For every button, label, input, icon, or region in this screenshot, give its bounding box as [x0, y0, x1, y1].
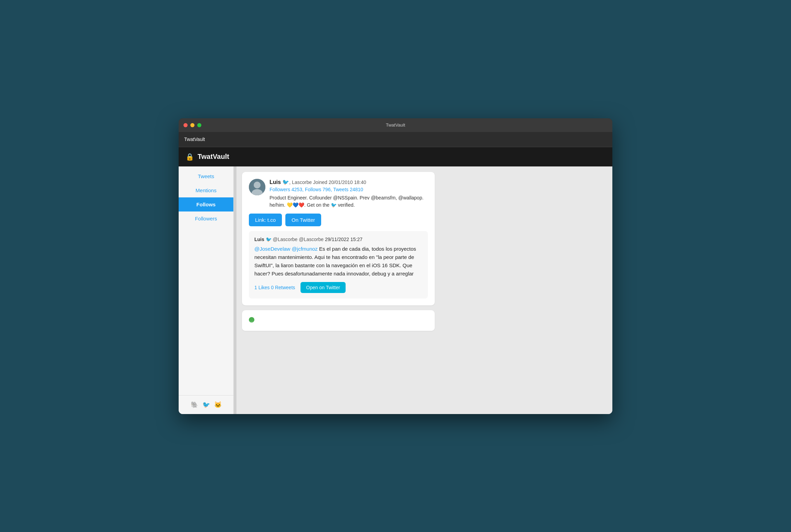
user-name: Luis 🐦, Lascorbe Joined 20/01/2010 18:40: [270, 179, 428, 185]
sidebar-footer: 🐘 🐦 🐱: [179, 395, 233, 414]
maximize-button[interactable]: [197, 123, 201, 127]
window-title: TwatVault: [386, 122, 405, 128]
mention-2[interactable]: @jcfmunoz: [292, 246, 318, 252]
on-twitter-button[interactable]: On Twitter: [285, 214, 321, 226]
user-info: Luis 🐦, Lascorbe Joined 20/01/2010 18:40…: [270, 179, 428, 209]
tweet-card: Luis 🐦 @Lascorbe@Lascorbe @Lascorbe 29/1…: [249, 231, 428, 298]
github-icon[interactable]: 🐱: [214, 401, 222, 409]
twitter-icon[interactable]: 🐦: [202, 401, 210, 409]
app-window: TwatVault TwatVault 🔒 TwatVault Tweets M…: [179, 118, 612, 414]
content-area: Luis 🐦, Lascorbe Joined 20/01/2010 18:40…: [236, 166, 440, 414]
user-bio: Product Engineer. Cofounder @NSSpain. Pr…: [270, 194, 428, 209]
close-button[interactable]: [183, 123, 188, 127]
sidebar: Tweets Mentions Follows Followers 🐘 🐦 🐱: [179, 166, 234, 414]
titlebar: TwatVault: [179, 118, 612, 132]
sidebar-item-followers[interactable]: Followers: [179, 211, 233, 226]
tweet-header: Luis 🐦 @Lascorbe@Lascorbe @Lascorbe 29/1…: [254, 237, 422, 242]
card-buttons: Link: t.co On Twitter: [249, 214, 428, 226]
menubar-title: TwatVault: [184, 137, 205, 142]
window-controls: [183, 123, 201, 127]
avatar: [249, 179, 265, 195]
app-header-title: TwatVault: [198, 153, 229, 161]
tweet-body: @JoseDevelaw @jcfmunoz Es el pan de cada…: [254, 245, 422, 278]
sidebar-nav: Tweets Mentions Follows Followers: [179, 166, 233, 395]
tweet-footer: 1 Likes 0 Retweets Open on Twitter: [254, 282, 422, 293]
user-stats: Followers 4253, Follows 796, Tweets 2481…: [270, 187, 428, 192]
sidebar-item-follows[interactable]: Follows: [179, 197, 233, 211]
open-on-twitter-button[interactable]: Open on Twitter: [300, 282, 346, 293]
tweet-stats: 1 Likes 0 Retweets: [254, 285, 295, 290]
user-card: Luis 🐦, Lascorbe Joined 20/01/2010 18:40…: [242, 172, 435, 305]
tweet-handle: @Lascorbe: [299, 237, 325, 242]
svg-point-1: [254, 182, 261, 188]
sidebar-item-tweets[interactable]: Tweets: [179, 169, 233, 183]
sidebar-item-mentions[interactable]: Mentions: [179, 183, 233, 197]
mastodon-icon[interactable]: 🐘: [191, 401, 198, 409]
scroll-divider: [234, 166, 236, 414]
app-header: 🔒 TwatVault: [179, 147, 612, 166]
user-header: Luis 🐦, Lascorbe Joined 20/01/2010 18:40…: [249, 179, 428, 209]
partial-card: [242, 310, 435, 331]
mention-1[interactable]: @JoseDevelaw: [254, 246, 290, 252]
status-dot: [249, 317, 254, 323]
link-button[interactable]: Link: t.co: [249, 214, 282, 226]
right-panel: [440, 166, 612, 414]
minimize-button[interactable]: [190, 123, 194, 127]
menubar: TwatVault: [179, 132, 612, 147]
main-content: Tweets Mentions Follows Followers 🐘 🐦 🐱: [179, 166, 612, 414]
vault-icon: 🔒: [186, 153, 194, 161]
